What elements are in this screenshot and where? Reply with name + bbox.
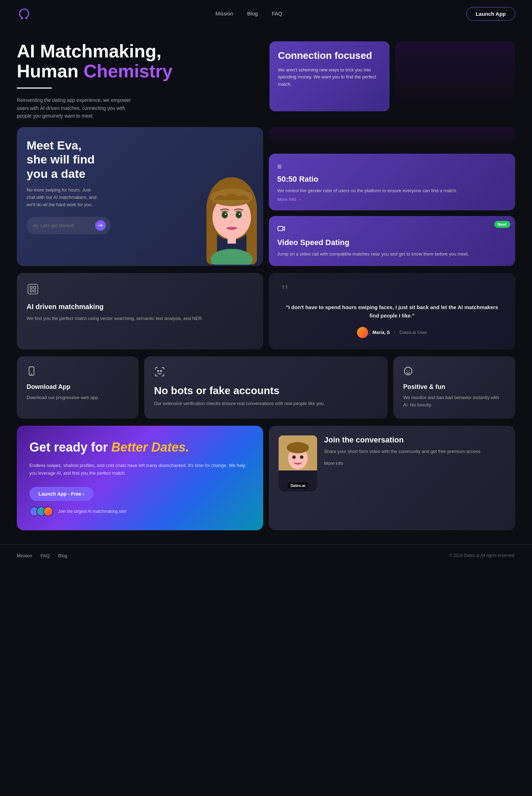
eva-input-row[interactable] <box>27 217 111 234</box>
nav-launch-button[interactable]: Launch App <box>466 7 515 21</box>
cta-actions: Launch App - Free › <box>29 487 251 501</box>
author-name: Maria, S <box>372 330 390 335</box>
feature-download: Download App Download our progressive we… <box>17 356 139 419</box>
footer: Mission FAQ Blog © 2024 Dates.ai All rig… <box>0 544 532 567</box>
cta-left-card: Get ready for Better Dates. Endless swip… <box>17 426 263 530</box>
svg-point-22 <box>31 373 32 374</box>
nav-faq[interactable]: FAQ <box>272 11 282 16</box>
svg-point-0 <box>21 17 23 19</box>
svg-point-1 <box>25 17 27 19</box>
cta-right-card: Dates.ai Join the conversation Share you… <box>269 426 515 530</box>
nav-mission[interactable]: Mission <box>215 11 233 16</box>
svg-rect-20 <box>34 290 36 292</box>
hero-subtitle: Reinventing the dating app experience, w… <box>17 96 136 120</box>
footer-blog[interactable]: Blog <box>58 553 67 558</box>
eva-avatar <box>197 167 263 266</box>
hero-title-chemistry: Chemistry <box>84 61 173 81</box>
connection-card-body: We aren't scheming new ways to trick you… <box>278 67 381 88</box>
join-conv-content: Join the conversation Share your short f… <box>324 435 481 467</box>
face-scan-icon <box>154 366 378 380</box>
svg-point-27 <box>409 370 410 371</box>
right-cards: ≡ 50:50 Ratio We control the gender rati… <box>269 127 515 266</box>
eva-avatar-svg <box>197 167 263 265</box>
svg-point-13 <box>239 214 240 215</box>
avatar-group <box>29 507 53 516</box>
features-section: Download App Download our progressive we… <box>0 356 532 426</box>
cta-title: Get ready for Better Dates. <box>29 440 251 455</box>
cta-section: Get ready for Better Dates. Endless swip… <box>0 426 532 544</box>
new-badge: New! <box>494 221 510 228</box>
cta-body: Endless swipes, shallow profiles, and co… <box>29 462 251 477</box>
video-card-body: Jump on a video call with compatible mat… <box>277 251 507 258</box>
quote-mark: " <box>281 284 288 298</box>
smile-icon <box>403 366 505 378</box>
cta-bottom-row: Join the largest AI matchmaking site! <box>29 507 251 516</box>
ratio-card-title: 50:50 Ratio <box>277 175 507 184</box>
ai-section: AI driven matchmaking We find you the pe… <box>0 273 532 356</box>
testimonial-text: "I don't have to spend hours swiping fac… <box>281 303 503 320</box>
video-card-title: Video Speed Dating <box>277 238 507 247</box>
send-icon <box>98 223 103 228</box>
ai-card: AI driven matchmaking We find you the pe… <box>17 273 263 349</box>
svg-point-10 <box>223 213 226 217</box>
svg-point-33 <box>287 442 309 453</box>
join-conv-more-info[interactable]: More info <box>324 461 343 466</box>
launch-app-free-button[interactable]: Launch App - Free › <box>29 487 93 501</box>
svg-rect-16 <box>28 284 38 294</box>
navbar: Mission Blog FAQ Launch App <box>0 0 532 27</box>
hero-left: AI Matchmaking, Human Chemistry Reinvent… <box>17 41 262 120</box>
video-icon <box>277 224 507 235</box>
testimonial-author: Maria, S | Dates.ai User <box>357 327 427 338</box>
ai-card-body: We find you the perfect match using vect… <box>27 315 253 322</box>
dark-placeholder-card <box>269 127 515 148</box>
hero-right: Connection focused We aren't scheming ne… <box>270 41 515 111</box>
feature-no-bots: No bots or fake accounts Our extensive v… <box>144 356 388 419</box>
nav-links: Mission Blog FAQ <box>215 11 282 17</box>
hero-image-card <box>395 41 515 111</box>
feature-positive-title: Positive & fun <box>403 383 505 391</box>
join-conv-title: Join the conversation <box>324 435 481 445</box>
svg-rect-15 <box>278 226 283 231</box>
hero-divider <box>17 88 52 89</box>
eva-send-button[interactable] <box>95 220 106 231</box>
author-tag: Dates.ai User <box>399 330 427 335</box>
feature-no-bots-title: No bots or fake accounts <box>154 385 378 397</box>
phone-icon <box>27 366 129 378</box>
main-grid: Meet Eva, she will find you a date No mo… <box>0 127 532 273</box>
avatar-3 <box>43 507 53 516</box>
feature-positive: Positive & fun We monitor and ban bad be… <box>393 356 515 419</box>
svg-point-12 <box>225 214 226 215</box>
footer-faq[interactable]: FAQ <box>41 553 50 558</box>
ratio-more-link[interactable]: More info → <box>277 197 507 202</box>
ai-card-title: AI driven matchmaking <box>27 303 253 311</box>
svg-point-11 <box>237 213 240 217</box>
feature-no-bots-body: Our extensive verification checks ensure… <box>154 400 378 407</box>
feature-download-title: Download App <box>27 383 129 391</box>
svg-point-24 <box>160 370 162 372</box>
footer-links: Mission FAQ Blog <box>17 553 67 558</box>
ratio-card: ≡ 50:50 Ratio We control the gender rati… <box>269 154 515 211</box>
nav-blog[interactable]: Blog <box>247 11 258 16</box>
eva-card-title: Meet Eva, she will find you a date <box>27 138 97 181</box>
hero-title: AI Matchmaking, Human Chemistry <box>17 41 262 81</box>
hero-section: AI Matchmaking, Human Chemistry Reinvent… <box>0 27 532 127</box>
svg-rect-19 <box>30 290 32 292</box>
logo-icon <box>17 6 31 21</box>
community-video-thumb: Dates.ai <box>279 435 317 491</box>
connection-card-title: Connection focused <box>278 50 381 62</box>
join-conv-body: Share your short form video with the com… <box>324 448 481 455</box>
svg-point-23 <box>158 370 159 372</box>
eva-card: Meet Eva, she will find you a date No mo… <box>17 127 263 266</box>
logo[interactable] <box>17 6 31 21</box>
hero-title-line1: AI Matchmaking, <box>17 41 161 61</box>
svg-point-32 <box>300 455 303 459</box>
feature-positive-body: We monitor and ban bad behavior instantl… <box>403 394 505 409</box>
eva-chat-input[interactable] <box>33 223 95 228</box>
svg-point-25 <box>404 367 412 375</box>
footer-mission[interactable]: Mission <box>17 553 32 558</box>
hero-title-human: Human <box>17 61 78 81</box>
footer-copyright: © 2024 Dates.ai All rights reserved. <box>449 553 515 558</box>
ratio-card-body: We control the gender ratio of users on … <box>277 187 507 194</box>
svg-rect-18 <box>34 286 36 288</box>
ratio-icon: ≡ <box>277 162 507 171</box>
